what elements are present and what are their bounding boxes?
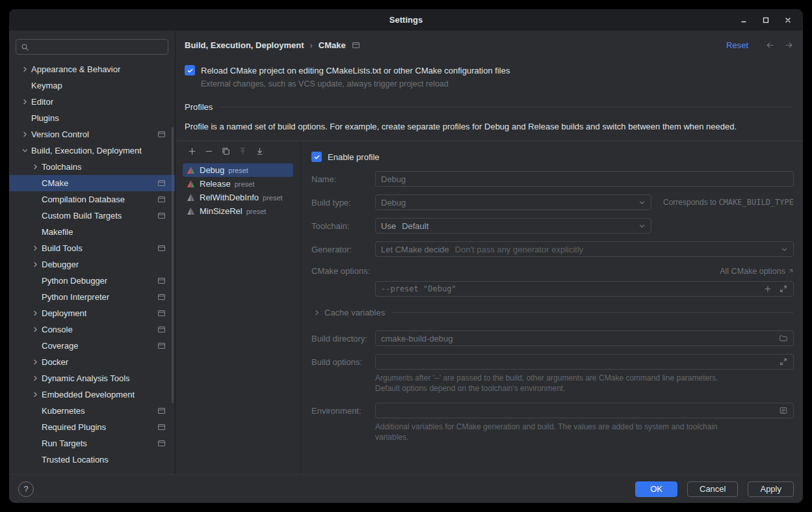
minimize-button[interactable] xyxy=(738,14,750,26)
cancel-button[interactable]: Cancel xyxy=(687,481,738,497)
sidebar-item-trusted-locations[interactable]: Trusted Locations xyxy=(9,451,175,468)
move-up-button[interactable] xyxy=(237,146,248,156)
generator-select[interactable]: Let CMake decide Don't pass any generato… xyxy=(375,241,794,257)
build-options-input[interactable] xyxy=(375,354,794,370)
chevron-right-icon[interactable] xyxy=(30,243,40,254)
sidebar-item-version-control[interactable]: Version Control xyxy=(9,126,175,142)
chevron-right-icon[interactable] xyxy=(30,162,40,172)
reset-link[interactable]: Reset xyxy=(726,40,748,50)
project-marker-icon xyxy=(157,130,166,139)
cmake-options-label: CMake options: xyxy=(311,266,370,276)
all-cmake-options-link[interactable]: All CMake options xyxy=(720,267,794,276)
chevron-right-icon[interactable] xyxy=(30,390,40,400)
toolchain-select[interactable]: Use Default xyxy=(375,218,651,234)
folder-icon[interactable] xyxy=(779,334,788,343)
sidebar-item-kubernetes[interactable]: Kubernetes xyxy=(9,403,175,419)
sidebar-item-label: Python Interpreter xyxy=(42,292,109,302)
search-input[interactable] xyxy=(33,42,163,52)
forward-arrow-icon[interactable] xyxy=(784,40,794,50)
cmake-build-type-code: CMAKE_BUILD_TYPE xyxy=(718,198,794,207)
breadcrumb-item[interactable]: Build, Execution, Deployment xyxy=(185,40,304,50)
project-marker-icon xyxy=(157,293,166,301)
sidebar-item-label: Version Control xyxy=(31,129,89,139)
expand-editor-icon[interactable] xyxy=(779,357,788,366)
profile-item-minsizerel[interactable]: MinSizeRel preset xyxy=(183,204,293,218)
chevron-spacer xyxy=(30,227,40,237)
chevron-right-icon[interactable] xyxy=(20,129,30,140)
build-options-help: Arguments after '--' are passed to the b… xyxy=(375,373,794,394)
sidebar-item-custom-build-targets[interactable]: Custom Build Targets xyxy=(9,208,175,224)
sidebar-item-toolchains[interactable]: Toolchains xyxy=(9,159,175,175)
sidebar-item-required-plugins[interactable]: Required Plugins xyxy=(9,419,175,435)
sidebar-item-dynamic-analysis-tools[interactable]: Dynamic Analysis Tools xyxy=(9,370,175,386)
enable-profile-checkbox[interactable] xyxy=(311,152,322,162)
sidebar-item-editor[interactable]: Editor xyxy=(9,94,175,110)
chevron-right-icon[interactable] xyxy=(30,260,40,270)
chevron-right-icon[interactable] xyxy=(311,307,322,317)
environment-input[interactable] xyxy=(375,403,794,418)
ok-button[interactable]: OK xyxy=(635,481,677,497)
back-arrow-icon[interactable] xyxy=(765,40,775,50)
profile-name: Debug xyxy=(200,165,224,175)
sidebar-item-python-debugger[interactable]: Python Debugger xyxy=(9,273,175,289)
chevron-right-icon[interactable] xyxy=(20,97,30,107)
chevron-right-icon[interactable] xyxy=(20,64,30,75)
profile-tag: preset xyxy=(263,194,283,202)
copy-profile-button[interactable] xyxy=(220,146,231,156)
chevron-down-icon[interactable] xyxy=(20,146,30,156)
sidebar-item-label: Plugins xyxy=(31,113,59,123)
sidebar-item-build-tools[interactable]: Build Tools xyxy=(9,240,175,256)
chevron-right-icon[interactable] xyxy=(30,325,40,335)
sidebar-item-console[interactable]: Console xyxy=(9,321,175,338)
sidebar-item-label: Coverage xyxy=(42,341,78,351)
maximize-button[interactable] xyxy=(760,14,772,26)
settings-window: Settings Appearance & Behavior Keymap xyxy=(9,9,803,503)
profile-item-debug[interactable]: Debug preset xyxy=(183,163,293,177)
sidebar-item-appearance-behavior[interactable]: Appearance & Behavior xyxy=(9,61,175,77)
remove-profile-button[interactable] xyxy=(203,146,214,156)
environment-help: Additional variables for CMake generatio… xyxy=(375,422,794,442)
help-button[interactable]: ? xyxy=(18,481,34,497)
close-button[interactable] xyxy=(782,14,794,26)
apply-button[interactable]: Apply xyxy=(748,481,794,497)
sidebar-item-plugins[interactable]: Plugins xyxy=(9,110,175,126)
sidebar-item-makefile[interactable]: Makefile xyxy=(9,224,175,240)
sidebar-item-docker[interactable]: Docker xyxy=(9,354,175,370)
profile-item-release[interactable]: Release preset xyxy=(183,177,293,191)
breadcrumb-item[interactable]: CMake xyxy=(319,40,346,50)
sidebar-item-python-interpreter[interactable]: Python Interpreter xyxy=(9,289,175,305)
sidebar-item-keymap[interactable]: Keymap xyxy=(9,77,175,94)
add-option-icon[interactable] xyxy=(763,284,772,293)
sidebar-item-run-targets[interactable]: Run Targets xyxy=(9,435,175,451)
cache-variables-section[interactable]: Cache variables xyxy=(311,307,794,317)
reload-cmake-checkbox[interactable] xyxy=(185,65,195,75)
cmake-options-input[interactable]: --preset "Debug" xyxy=(375,281,794,297)
settings-search[interactable] xyxy=(16,39,168,55)
sidebar-item-cmake[interactable]: CMake xyxy=(9,175,175,191)
name-input[interactable]: Debug xyxy=(375,171,794,187)
external-link-icon xyxy=(787,268,794,275)
chevron-right-icon[interactable] xyxy=(30,373,40,384)
cmake-logo-gray-icon xyxy=(187,193,195,202)
chevron-right-icon[interactable] xyxy=(30,357,40,368)
profile-name: RelWithDebInfo xyxy=(200,193,259,202)
profiles-panel: Debug preset Release preset RelWithDebIn… xyxy=(176,141,803,474)
build-type-select[interactable]: Debug xyxy=(375,195,651,210)
sidebar-item-label: Required Plugins xyxy=(42,422,106,432)
environment-variables-icon[interactable] xyxy=(779,406,788,415)
sidebar-item-coverage[interactable]: Coverage xyxy=(9,338,175,354)
expand-editor-icon[interactable] xyxy=(779,284,788,293)
sidebar-scrollbar[interactable] xyxy=(172,127,174,403)
sidebar-item-compilation-database[interactable]: Compilation Database xyxy=(9,191,175,208)
profile-name: MinSizeRel xyxy=(200,206,242,216)
build-directory-input[interactable]: cmake-build-debug xyxy=(375,330,794,346)
reload-cmake-hint: External changes, such as VCS update, al… xyxy=(201,79,794,88)
profile-item-relwithdebinfo[interactable]: RelWithDebInfo preset xyxy=(183,191,293,204)
sidebar-item-embedded-development[interactable]: Embedded Development xyxy=(9,386,175,403)
sidebar-item-debugger[interactable]: Debugger xyxy=(9,256,175,273)
chevron-right-icon[interactable] xyxy=(30,308,40,319)
move-down-button[interactable] xyxy=(254,146,265,156)
sidebar-item-build-execution-deployment[interactable]: Build, Execution, Deployment xyxy=(9,142,175,159)
add-profile-button[interactable] xyxy=(187,146,197,156)
sidebar-item-deployment[interactable]: Deployment xyxy=(9,305,175,321)
